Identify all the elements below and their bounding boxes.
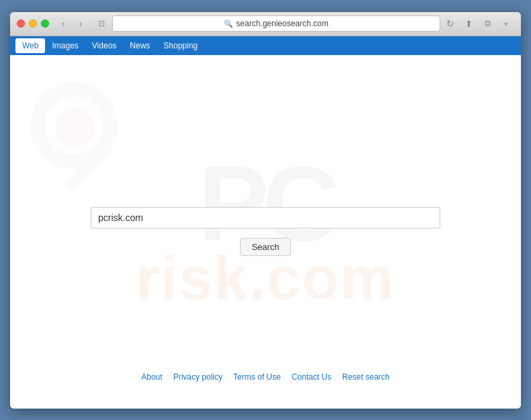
magnifier-inner <box>55 107 95 147</box>
nav-item-images[interactable]: Images <box>45 38 85 53</box>
title-bar: ‹ › ⊡ 🔍 search.genieosearch.com ↻ ⬆ ⧉ + <box>10 12 521 36</box>
nav-item-videos[interactable]: Videos <box>85 38 123 53</box>
search-form: Search <box>91 207 440 256</box>
footer-link-contact[interactable]: Contact Us <box>292 372 331 382</box>
search-input[interactable] <box>91 207 440 228</box>
magnifier-watermark <box>30 82 118 169</box>
back-button[interactable]: ‹ <box>56 16 71 31</box>
tab-view-button[interactable]: ⊡ <box>93 16 110 31</box>
share-button[interactable]: ⬆ <box>460 16 477 31</box>
search-input-wrapper <box>91 207 440 228</box>
address-bar[interactable]: 🔍 search.genieosearch.com <box>112 15 440 32</box>
address-text: search.genieosearch.com <box>236 19 328 28</box>
close-button[interactable] <box>17 19 25 28</box>
nav-item-web[interactable]: Web <box>15 38 45 53</box>
search-button[interactable]: Search <box>240 238 290 256</box>
main-content: PC risk.com Search About Privacy policy … <box>10 55 521 409</box>
footer-link-about[interactable]: About <box>141 372 162 382</box>
magnifier-handle <box>65 151 105 191</box>
nav-item-news[interactable]: News <box>123 38 157 53</box>
nav-bar: Web Images Videos News Shopping <box>10 36 521 55</box>
footer-link-privacy[interactable]: Privacy policy <box>173 372 222 382</box>
address-search-icon: 🔍 <box>224 19 233 28</box>
nav-item-shopping[interactable]: Shopping <box>157 38 204 53</box>
browser-window: ‹ › ⊡ 🔍 search.genieosearch.com ↻ ⬆ ⧉ + … <box>10 12 521 409</box>
forward-button[interactable]: › <box>73 16 88 31</box>
traffic-lights <box>17 19 49 28</box>
maximize-button[interactable] <box>41 19 49 28</box>
footer-links: About Privacy policy Terms of Use Contac… <box>141 372 389 382</box>
add-tab-button[interactable]: + <box>498 16 514 31</box>
footer-link-reset[interactable]: Reset search <box>342 372 390 382</box>
new-tab-button[interactable]: ⧉ <box>479 16 495 31</box>
footer-link-terms[interactable]: Terms of Use <box>233 372 281 382</box>
minimize-button[interactable] <box>29 19 37 28</box>
nav-buttons: ‹ › <box>56 16 88 31</box>
reload-button[interactable]: ↻ <box>443 16 458 31</box>
magnifier-circle <box>30 82 118 169</box>
